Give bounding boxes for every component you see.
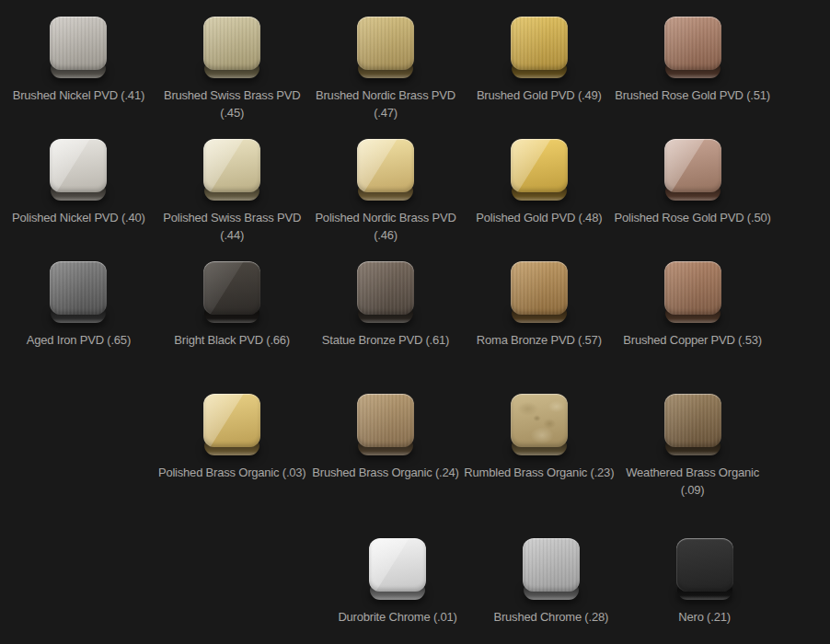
finish-label: Durobrite Chrome (.01) <box>338 608 456 626</box>
finish-swatch-face <box>369 538 426 592</box>
finish-option[interactable]: Polished Gold PVD (.48) <box>462 139 616 244</box>
finish-option[interactable]: Polished Nordic Brass PVD (.46) <box>309 139 463 244</box>
finish-label: Nero (.21) <box>678 608 731 626</box>
finish-option[interactable]: Brushed Chrome (.28) <box>474 538 628 626</box>
finish-label: Brushed Gold PVD (.49) <box>477 86 602 104</box>
finish-swatch[interactable] <box>50 17 107 79</box>
finish-swatch[interactable] <box>50 139 107 201</box>
finish-swatch[interactable] <box>523 538 580 601</box>
finish-swatch-face <box>357 139 414 192</box>
finishes-grid: Brushed Nickel PVD (.41) Brushed Swiss B… <box>0 0 769 626</box>
finish-option[interactable]: Brushed Brass Organic (.24) <box>309 394 463 499</box>
finish-swatch[interactable] <box>203 139 260 201</box>
finish-label: Brushed Nickel PVD (.41) <box>13 86 144 104</box>
finish-option[interactable]: Weathered Brass Organic (.09) <box>616 394 769 499</box>
finish-swatch[interactable] <box>357 394 414 456</box>
finish-swatch[interactable] <box>357 261 414 324</box>
finish-swatch[interactable] <box>511 17 568 79</box>
finish-label: Weathered Brass Organic (.09) <box>626 464 759 499</box>
finishes-row: Aged Iron PVD (.65) Bright Black PVD (.6… <box>2 261 769 349</box>
finish-swatch-face <box>511 394 568 447</box>
finish-option[interactable]: Roma Bronze PVD (.57) <box>462 261 616 349</box>
finish-swatch-face <box>523 538 580 592</box>
finish-swatch-face <box>50 139 107 192</box>
finish-swatch[interactable] <box>664 139 721 201</box>
finish-swatch-face <box>203 261 260 315</box>
finish-option[interactable]: Rumbled Brass Organic (.23) <box>462 394 616 499</box>
finish-label: Brushed Nordic Brass PVD (.47) <box>316 86 455 121</box>
finish-option[interactable]: Brushed Swiss Brass PVD (.45) <box>156 17 309 121</box>
finish-option[interactable]: Polished Swiss Brass PVD (.44) <box>156 139 309 244</box>
finish-swatch-face <box>511 261 568 315</box>
finish-label: Polished Gold PVD (.48) <box>476 209 602 226</box>
finish-swatch-face <box>203 394 260 447</box>
finish-swatch-face <box>664 139 721 192</box>
finish-option[interactable]: Brushed Nickel PVD (.41) <box>2 17 156 121</box>
finish-option[interactable]: Durobrite Chrome (.01) <box>321 538 475 626</box>
finish-swatch-face <box>50 17 107 70</box>
finishes-row: Polished Nickel PVD (.40) Polished Swiss… <box>2 139 769 244</box>
finish-label: Brushed Brass Organic (.24) <box>312 464 458 481</box>
finish-label: Aged Iron PVD (.65) <box>27 331 131 349</box>
finish-swatch-face <box>676 538 733 592</box>
finish-label: Polished Rose Gold PVD (.50) <box>615 209 771 226</box>
finish-label: Brushed Swiss Brass PVD (.45) <box>164 86 301 121</box>
finish-swatch[interactable] <box>664 17 721 79</box>
finish-swatch[interactable] <box>203 17 260 79</box>
finish-swatch[interactable] <box>664 261 721 324</box>
finish-option[interactable]: Brushed Rose Gold PVD (.51) <box>616 17 769 121</box>
finish-swatch[interactable] <box>511 261 568 324</box>
finish-swatch-face <box>203 139 260 192</box>
finish-swatch[interactable] <box>357 17 414 79</box>
finish-swatch-face <box>664 17 721 70</box>
finish-label: Brushed Rose Gold PVD (.51) <box>615 86 770 104</box>
finish-label: Bright Black PVD (.66) <box>174 331 290 349</box>
finish-swatch-face <box>203 17 260 70</box>
finish-swatch[interactable] <box>511 394 568 456</box>
finish-swatch-face <box>664 261 721 315</box>
finish-swatch[interactable] <box>203 394 260 456</box>
finish-label: Brushed Copper PVD (.53) <box>623 331 762 349</box>
finish-swatch[interactable] <box>203 261 260 324</box>
finish-option[interactable]: Brushed Nordic Brass PVD (.47) <box>309 17 463 121</box>
finish-swatch[interactable] <box>369 538 426 601</box>
finish-label: Roma Bronze PVD (.57) <box>477 331 602 349</box>
finish-option[interactable]: Statue Bronze PVD (.61) <box>309 261 463 349</box>
finish-option[interactable]: Polished Brass Organic (.03) <box>156 394 309 499</box>
finish-swatch[interactable] <box>50 261 107 324</box>
finish-label: Polished Nordic Brass PVD (.46) <box>315 209 455 244</box>
finish-option[interactable]: Polished Rose Gold PVD (.50) <box>616 139 769 244</box>
finish-option[interactable]: Bright Black PVD (.66) <box>156 261 309 349</box>
finish-option[interactable]: Brushed Copper PVD (.53) <box>616 261 769 349</box>
finish-swatch[interactable] <box>676 538 733 601</box>
finish-swatch-face <box>357 261 414 315</box>
finishes-row: Polished Brass Organic (.03) Brushed Bra… <box>2 394 769 499</box>
finish-swatch[interactable] <box>664 394 721 456</box>
finish-label: Polished Nickel PVD (.40) <box>12 209 145 226</box>
finish-swatch-face <box>357 394 414 447</box>
finish-swatch-face <box>511 139 568 192</box>
finish-swatch-face <box>50 261 107 315</box>
finish-option[interactable]: Aged Iron PVD (.65) <box>2 261 156 349</box>
finish-swatch-face <box>511 17 568 70</box>
finish-label: Brushed Chrome (.28) <box>493 608 608 626</box>
finish-label: Polished Brass Organic (.03) <box>158 464 306 481</box>
finish-swatch[interactable] <box>357 139 414 201</box>
finishes-row: Brushed Nickel PVD (.41) Brushed Swiss B… <box>2 17 769 121</box>
finish-option[interactable]: Nero (.21) <box>628 538 781 626</box>
finish-label: Rumbled Brass Organic (.23) <box>464 464 614 481</box>
finish-label: Polished Swiss Brass PVD (.44) <box>163 209 301 244</box>
finish-swatch[interactable] <box>511 139 568 201</box>
finish-swatch-face <box>357 17 414 70</box>
finish-option[interactable]: Brushed Gold PVD (.49) <box>462 17 616 121</box>
finish-option[interactable]: Polished Nickel PVD (.40) <box>2 139 156 244</box>
finishes-row: Durobrite Chrome (.01) Brushed Chrome (.… <box>14 538 781 626</box>
finish-label: Statue Bronze PVD (.61) <box>322 331 449 349</box>
finish-swatch-face <box>664 394 721 447</box>
